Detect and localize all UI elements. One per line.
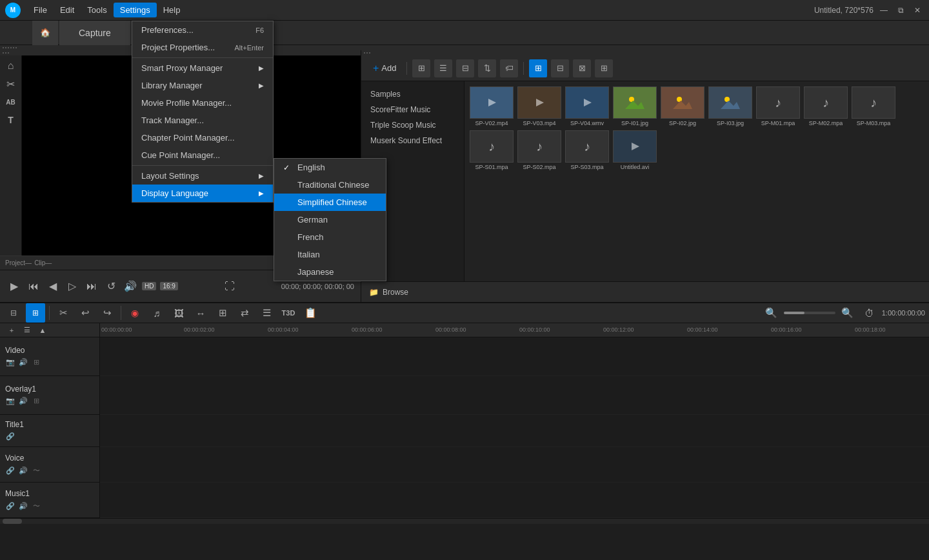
prev-frame-button[interactable]: ⏮ <box>26 279 41 294</box>
lang-french[interactable]: French <box>274 228 386 246</box>
sidebar-item-samples[interactable]: Samples <box>361 86 464 102</box>
sidebar-item-scorefitter[interactable]: ScoreFitter Music <box>361 102 464 117</box>
media-tag-button[interactable]: 🏷 <box>500 59 518 77</box>
menu-chapter-point[interactable]: Chapter Point Manager... <box>132 129 273 146</box>
track-link-icon[interactable]: 🔗 <box>5 501 15 511</box>
fullscreen-button[interactable]: ⛶ <box>222 279 237 294</box>
next-frame-button[interactable]: ⏭ <box>84 279 99 294</box>
lang-english[interactable]: ✓ English <box>274 159 386 176</box>
media-view-details[interactable]: ⊞ <box>595 59 613 77</box>
track-wave-icon[interactable]: 〜 <box>31 465 41 475</box>
lang-traditional-chinese[interactable]: Traditional Chinese <box>274 176 386 194</box>
menu-smart-proxy[interactable]: Smart Proxy Manager ▶ <box>132 59 273 77</box>
lang-italian[interactable]: Italian <box>274 246 386 263</box>
browse-button[interactable]: 📁 Browse <box>361 281 929 302</box>
home-tab-button[interactable]: 🏠 <box>32 21 58 45</box>
menu-library-manager[interactable]: Library Manager ▶ <box>132 77 273 94</box>
tl-view-toggle[interactable]: ⊟ <box>4 303 23 323</box>
media-thumbs-small[interactable]: ⊠ <box>573 59 591 77</box>
track-grid-icon[interactable]: ⊞ <box>31 357 41 368</box>
menu-file[interactable]: File <box>27 3 54 17</box>
media-thumbs-large[interactable]: ⊞ <box>529 59 547 77</box>
track-menu[interactable]: ☰ <box>21 324 34 337</box>
media-thumb-sp-m02[interactable]: ♪SP-M02.mpa <box>804 86 848 126</box>
tl-3d-text[interactable]: T3D <box>279 303 298 323</box>
tl-swap[interactable]: ⇄ <box>235 303 254 323</box>
loop-button[interactable]: ↺ <box>103 279 119 294</box>
menu-help[interactable]: Help <box>157 3 187 17</box>
tl-razor[interactable]: ✂ <box>54 303 73 323</box>
media-view-grid[interactable]: ⊟ <box>456 59 474 77</box>
tool-home[interactable]: ⌂ <box>3 58 19 74</box>
menu-track-manager[interactable]: Track Manager... <box>132 112 273 129</box>
close-button[interactable]: ✕ <box>911 4 924 17</box>
tl-transition[interactable]: ↔ <box>191 303 210 323</box>
tl-audio[interactable]: ♬ <box>147 303 166 323</box>
track-camera-icon[interactable]: 📷 <box>5 357 15 368</box>
media-thumbs-medium[interactable]: ⊟ <box>551 59 569 77</box>
menu-cue-point[interactable]: Cue Point Manager... <box>132 146 273 164</box>
media-view-filmstrip[interactable]: ⊞ <box>412 59 430 77</box>
media-thumb-sp-m01[interactable]: ♪SP-M01.mpa <box>756 86 800 126</box>
tl-undo[interactable]: ↩ <box>75 303 95 323</box>
track-expand[interactable]: ▲ <box>36 324 49 337</box>
tl-redo[interactable]: ↪ <box>97 303 117 323</box>
restore-button[interactable]: ⧉ <box>894 4 907 17</box>
menu-project-properties[interactable]: Project Properties... Alt+Enter <box>132 39 273 56</box>
tl-split[interactable]: ⊞ <box>213 303 232 323</box>
track-camera-icon[interactable]: 📷 <box>5 396 15 406</box>
track-volume-icon[interactable]: 🔊 <box>18 396 28 406</box>
track-wave-icon[interactable]: 〜 <box>31 501 41 511</box>
menu-edit[interactable]: Edit <box>54 3 81 17</box>
tab-capture[interactable]: Capture <box>59 21 130 45</box>
play-button[interactable]: ▶ <box>6 279 22 294</box>
sidebar-item-muserk[interactable]: Muserk Sound Effect <box>361 133 464 148</box>
scroll-thumb[interactable] <box>3 519 22 524</box>
menu-display-language[interactable]: Display Language ▶ <box>132 185 273 202</box>
track-volume-icon[interactable]: 🔊 <box>18 501 28 511</box>
media-thumb-untitled-avi[interactable]: Untitled.avi <box>613 130 657 170</box>
zoom-out-button[interactable]: 🔍 <box>762 303 781 323</box>
menu-settings[interactable]: Settings <box>114 3 157 17</box>
volume-button[interactable]: 🔊 <box>123 279 138 294</box>
timeline-scrollbar[interactable] <box>0 518 929 524</box>
media-thumb-sp-i02[interactable]: SP-I02.jpg <box>661 86 704 126</box>
media-thumb-sp-v02[interactable]: SP-V02.mp4 <box>470 86 514 126</box>
track-volume-icon[interactable]: 🔊 <box>18 465 28 475</box>
media-thumb-sp-v03[interactable]: SP-V03.mp4 <box>517 86 561 126</box>
media-thumb-sp-s03[interactable]: ♪SP-S03.mpa <box>565 130 609 170</box>
zoom-slider[interactable] <box>784 312 835 314</box>
track-grid-icon[interactable]: ⊞ <box>31 396 41 406</box>
lang-german[interactable]: German <box>274 211 386 228</box>
track-link-icon[interactable]: 🔗 <box>5 432 15 442</box>
track-link-icon[interactable]: 🔗 <box>5 465 15 475</box>
tl-image[interactable]: 🖼 <box>169 303 188 323</box>
media-thumb-sp-s02[interactable]: ♪SP-S02.mpa <box>517 130 561 170</box>
menu-movie-profile[interactable]: Movie Profile Manager... <box>132 94 273 112</box>
tl-overlay[interactable]: 📋 <box>301 303 320 323</box>
tool-cut[interactable]: ✂ <box>3 76 19 92</box>
media-view-list[interactable]: ☰ <box>434 59 452 77</box>
tl-color[interactable]: ◉ <box>125 303 145 323</box>
media-thumb-sp-s01[interactable]: ♪SP-S01.mpa <box>470 130 514 170</box>
track-volume-icon[interactable]: 🔊 <box>18 357 28 368</box>
track-add-all[interactable]: + <box>5 324 18 337</box>
menu-tools[interactable]: Tools <box>81 3 113 17</box>
media-thumb-sp-m03[interactable]: ♪SP-M03.mpa <box>852 86 895 126</box>
slow-play-button[interactable]: ▷ <box>65 279 80 294</box>
menu-layout-settings[interactable]: Layout Settings ▶ <box>132 167 273 185</box>
tool-ab[interactable]: AB <box>3 94 19 110</box>
tl-timeline-view[interactable]: ⊞ <box>26 303 45 323</box>
media-thumb-sp-i03[interactable]: SP-I03.jpg <box>708 86 752 126</box>
menu-preferences[interactable]: Preferences... F6 <box>132 21 273 39</box>
media-sort-button[interactable]: ⇅ <box>478 59 496 77</box>
step-back-button[interactable]: ◀ <box>45 279 61 294</box>
media-thumb-sp-i01[interactable]: SP-I01.jpg <box>613 86 657 126</box>
add-media-button[interactable]: + Add <box>368 60 401 77</box>
lang-japanese[interactable]: Japanese <box>274 263 386 281</box>
media-thumb-sp-v04[interactable]: SP-V04.wmv <box>565 86 609 126</box>
lang-simplified-chinese[interactable]: Simplified Chinese <box>274 194 386 211</box>
zoom-in-button[interactable]: 🔍 <box>838 303 857 323</box>
sidebar-item-triple-scoop[interactable]: Triple Scoop Music <box>361 117 464 133</box>
minimize-button[interactable]: — <box>877 4 890 17</box>
